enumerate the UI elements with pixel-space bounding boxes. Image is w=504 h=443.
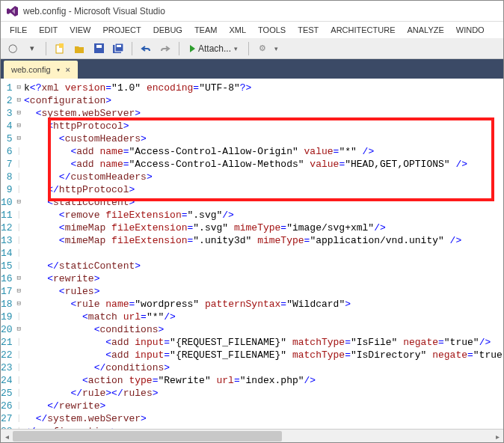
svg-rect-2 xyxy=(94,43,104,53)
menu-test[interactable]: TEST xyxy=(292,24,325,36)
save-icon[interactable] xyxy=(91,41,106,56)
horizontal-scrollbar[interactable]: ◂ ▸ xyxy=(1,429,503,442)
attach-button[interactable]: Attach... ▾ xyxy=(185,43,242,54)
nav-back-icon[interactable]: ◯ xyxy=(5,41,20,56)
menubar: FILEEDITVIEWPROJECTDEBUGTEAMXMLTOOLSTEST… xyxy=(1,22,503,38)
menu-xml[interactable]: XML xyxy=(223,24,252,36)
svg-rect-3 xyxy=(96,45,102,48)
menu-view[interactable]: VIEW xyxy=(64,24,96,36)
attach-label: Attach... xyxy=(198,43,231,54)
tab-label: web.config xyxy=(11,65,51,74)
dropdown-icon[interactable]: ▾ xyxy=(274,45,278,52)
menu-analyze[interactable]: ANALYZE xyxy=(401,24,449,36)
nav-fwd-icon[interactable]: ▾ xyxy=(25,41,40,56)
new-file-icon[interactable] xyxy=(52,41,67,56)
menu-project[interactable]: PROJECT xyxy=(96,24,147,36)
scroll-right-icon[interactable]: ▸ xyxy=(491,430,503,443)
toolbar: ◯ ▾ Attach... ▾ ⚙ ▾ xyxy=(1,38,503,59)
menu-windo[interactable]: WINDO xyxy=(450,24,491,36)
separator xyxy=(179,42,179,55)
svg-rect-5 xyxy=(115,43,123,52)
scroll-left-icon[interactable]: ◂ xyxy=(1,430,13,443)
separator xyxy=(248,42,249,55)
titlebar: web.config - Microsoft Visual Studio xyxy=(1,1,503,22)
play-icon xyxy=(190,45,195,52)
window-title: web.config - Microsoft Visual Studio xyxy=(23,6,165,16)
svg-rect-6 xyxy=(117,45,121,47)
dropdown-icon[interactable]: ▾ xyxy=(234,45,238,52)
open-file-icon[interactable] xyxy=(72,41,87,56)
undo-icon[interactable] xyxy=(138,41,153,56)
vs-window: web.config - Microsoft Visual Studio FIL… xyxy=(0,0,504,443)
menu-edit[interactable]: EDIT xyxy=(33,24,64,36)
menu-team[interactable]: TEAM xyxy=(188,24,224,36)
config-icon[interactable]: ⚙ xyxy=(255,41,270,56)
scroll-thumb[interactable] xyxy=(13,431,282,442)
menu-architecture[interactable]: ARCHITECTURE xyxy=(325,24,401,36)
separator xyxy=(46,42,46,55)
menu-debug[interactable]: DEBUG xyxy=(147,24,188,36)
svg-rect-1 xyxy=(59,43,64,48)
tab-dropdown-icon[interactable]: ▾ xyxy=(57,67,60,73)
redo-icon[interactable] xyxy=(158,41,173,56)
line-number-gutter: 1234567891011121314151617181920212223242… xyxy=(1,79,17,429)
close-icon[interactable]: × xyxy=(66,65,70,74)
menu-tools[interactable]: TOOLS xyxy=(252,24,292,36)
menu-file[interactable]: FILE xyxy=(4,24,33,36)
save-all-icon[interactable] xyxy=(111,41,126,56)
separator xyxy=(132,42,132,55)
tab-webconfig[interactable]: web.config ▾ × xyxy=(4,61,78,79)
code-editor[interactable]: 1234567891011121314151617181920212223242… xyxy=(1,79,503,429)
document-tabbar: web.config ▾ × xyxy=(1,59,503,79)
vs-logo-icon xyxy=(7,5,19,17)
code-text-area[interactable]: k<?xml version="1.0" encoding="UTF-8"?><… xyxy=(21,79,503,429)
